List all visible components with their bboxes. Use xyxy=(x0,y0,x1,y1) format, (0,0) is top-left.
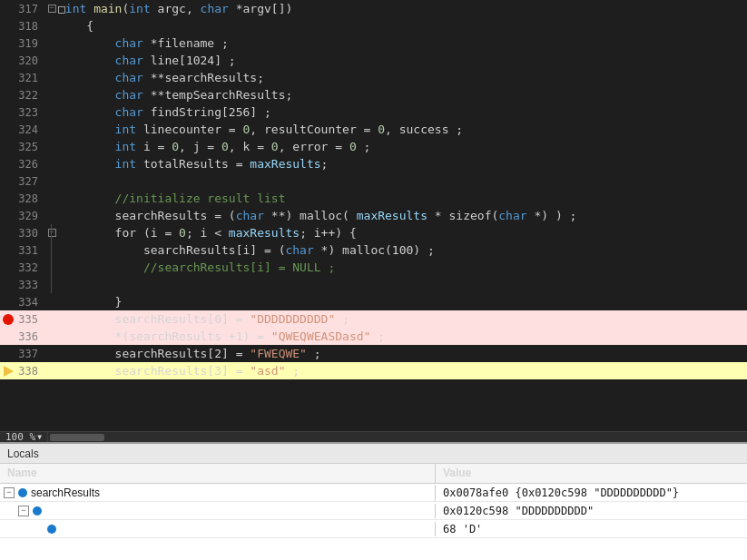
code-line: 337 searchResults[2] = "FWEQWE" ; xyxy=(0,345,747,362)
bp-col xyxy=(0,34,16,52)
fold-col xyxy=(45,138,58,155)
line-number: 319 xyxy=(16,37,45,50)
editor-area: 317−□int main(int argc, char *argv[])318… xyxy=(0,0,747,442)
code-text: char **searchResults; xyxy=(58,69,747,86)
locals-rows-container: −searchResults0x0078afe0 {0x0120c598 "DD… xyxy=(0,484,747,538)
scrollbar-row: 100 % ▼ xyxy=(0,431,747,442)
code-line: 324 int linecounter = 0, resultCounter =… xyxy=(0,121,747,138)
bp-col xyxy=(0,362,16,379)
line-number: 329 xyxy=(16,210,45,222)
line-number: 321 xyxy=(16,72,45,84)
fold-icon[interactable]: − xyxy=(48,229,56,237)
locals-table: Name Value −searchResults0x0078afe0 {0x0… xyxy=(0,464,747,560)
bp-col xyxy=(0,172,16,190)
line-number: 338 xyxy=(16,365,45,378)
code-line: 323 char findString[256] ; xyxy=(0,103,747,121)
bp-col xyxy=(0,345,16,362)
bp-col xyxy=(0,190,16,207)
expand-icon[interactable]: − xyxy=(18,506,29,516)
bp-col xyxy=(0,207,16,224)
line-number: 323 xyxy=(16,106,45,119)
code-line: 321 char **searchResults; xyxy=(0,69,747,86)
locals-row[interactable]: −0x0120c598 "DDDDDDDDDD" xyxy=(0,502,747,520)
fold-line xyxy=(51,259,52,276)
variable-dot-icon xyxy=(18,488,27,497)
bp-col xyxy=(0,276,16,293)
code-line: 335 searchResults[0] = "DDDDDDDDDD" ; xyxy=(0,310,747,328)
variable-dot-icon xyxy=(47,525,56,534)
fold-col xyxy=(45,345,58,362)
code-text: int totalResults = maxResults; xyxy=(58,155,747,172)
bp-col xyxy=(0,0,16,17)
code-line: 334 } xyxy=(0,293,747,310)
locals-row[interactable]: 68 'D' xyxy=(0,520,747,538)
line-number: 332 xyxy=(16,261,45,274)
fold-col: − xyxy=(45,224,58,241)
line-number: 317 xyxy=(16,3,45,15)
code-text: } xyxy=(58,293,747,310)
bp-col xyxy=(0,103,16,121)
zoom-chevron[interactable]: ▼ xyxy=(37,433,42,441)
zoom-control[interactable]: 100 % ▼ xyxy=(0,432,48,442)
col-name-header: Name xyxy=(0,464,436,483)
hscroll-thumb[interactable] xyxy=(50,434,104,441)
code-line: 331 searchResults[i] = (char *) malloc(1… xyxy=(0,241,747,259)
code-text: int i = 0, j = 0, k = 0, error = 0 ; xyxy=(58,138,747,155)
line-number: 328 xyxy=(16,192,45,205)
line-number: 325 xyxy=(16,141,45,153)
breakpoint-dot[interactable] xyxy=(3,314,14,325)
fold-line xyxy=(51,241,52,259)
arrow-indicator xyxy=(4,366,14,377)
fold-col xyxy=(45,276,58,293)
line-number: 326 xyxy=(16,158,45,171)
bp-col xyxy=(0,310,16,328)
bp-col xyxy=(0,69,16,86)
bp-col xyxy=(0,293,16,310)
code-text: char line[1024] ; xyxy=(58,52,747,69)
code-text: *(searchResults +1) = "QWEQWEASDasd" ; xyxy=(58,328,747,345)
bp-col xyxy=(0,328,16,345)
expand-icon[interactable]: − xyxy=(4,487,15,498)
variable-name: searchResults xyxy=(31,486,100,499)
fold-col xyxy=(45,103,58,121)
fold-icon[interactable]: − xyxy=(48,5,56,13)
code-text: //initialize result list xyxy=(58,190,747,207)
expand-spacer xyxy=(33,524,44,535)
code-lines-container: 317−□int main(int argc, char *argv[])318… xyxy=(0,0,747,431)
fold-col xyxy=(45,293,58,310)
code-text: searchResults = (char **) malloc( maxRes… xyxy=(58,207,747,224)
bp-col xyxy=(0,155,16,172)
code-text: char findString[256] ; xyxy=(58,103,747,121)
bp-col xyxy=(0,86,16,103)
code-scroll-area[interactable]: 317−□int main(int argc, char *argv[])318… xyxy=(0,0,747,431)
code-line: 322 char **tempSearchResults; xyxy=(0,86,747,103)
code-text: char **tempSearchResults; xyxy=(58,86,747,103)
code-line: 333 xyxy=(0,276,747,293)
code-text: searchResults[0] = "DDDDDDDDDD" ; xyxy=(58,310,747,328)
fold-col xyxy=(45,362,58,379)
line-number: 336 xyxy=(16,330,45,343)
code-line: 325 int i = 0, j = 0, k = 0, error = 0 ; xyxy=(0,138,747,155)
code-line: 336 *(searchResults +1) = "QWEQWEASDasd"… xyxy=(0,328,747,345)
line-number: 334 xyxy=(16,296,45,309)
locals-value-cell: 0x0120c598 "DDDDDDDDDD" xyxy=(436,503,747,519)
fold-col xyxy=(45,241,58,259)
bp-col xyxy=(0,138,16,155)
line-number: 318 xyxy=(16,20,45,33)
line-number: 327 xyxy=(16,175,45,188)
locals-row[interactable]: −searchResults0x0078afe0 {0x0120c598 "DD… xyxy=(0,484,747,502)
locals-panel: Locals Name Value −searchResults0x0078af… xyxy=(0,442,747,560)
fold-line xyxy=(51,224,52,241)
fold-col xyxy=(45,172,58,190)
code-line: 338 searchResults[3] = "asd" ; xyxy=(0,362,747,379)
locals-value-cell: 0x0078afe0 {0x0120c598 "DDDDDDDDDD"} xyxy=(436,485,747,501)
code-text: //searchResults[i] = NULL ; xyxy=(58,259,747,276)
locals-col-headers: Name Value xyxy=(0,464,747,484)
bp-col xyxy=(0,121,16,138)
locals-title: Locals xyxy=(7,447,39,460)
variable-dot-icon xyxy=(33,506,42,516)
code-text: searchResults[3] = "asd" ; xyxy=(58,362,747,379)
hscroll-track[interactable] xyxy=(50,434,745,441)
locals-header: Locals xyxy=(0,444,747,464)
code-text: int linecounter = 0, resultCounter = 0, … xyxy=(58,121,747,138)
